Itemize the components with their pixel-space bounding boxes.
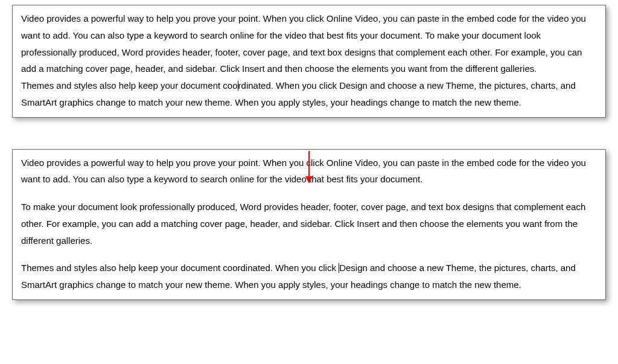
text-cursor-icon	[238, 81, 238, 91]
before-panel: Video provides a powerful way to help yo…	[12, 5, 606, 118]
after-paragraph-2: To make your document look professionall…	[21, 199, 597, 249]
down-arrow-icon	[303, 151, 315, 185]
text-cursor-icon	[339, 263, 339, 273]
before-paragraph-1: Video provides a powerful way to help yo…	[21, 10, 597, 77]
after-text-3-before-cursor: Themes and styles also help keep your do…	[21, 263, 339, 273]
arrow-head	[305, 176, 313, 184]
before-text-2-before-cursor: Themes and styles also help keep your do…	[21, 80, 238, 91]
after-paragraph-3: Themes and styles also help keep your do…	[21, 260, 597, 293]
before-paragraph-2: Themes and styles also help keep your do…	[21, 77, 597, 111]
arrow-line	[308, 151, 310, 176]
